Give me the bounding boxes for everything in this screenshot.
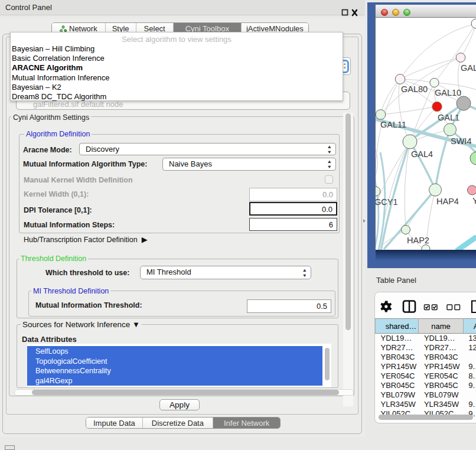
svg-text:GAL4: GAL4	[411, 149, 433, 159]
svg-text:GAL7: GAL7	[461, 63, 476, 73]
svg-text:HAP4: HAP4	[436, 197, 459, 206]
svg-text:GAL11: GAL11	[380, 120, 406, 129]
svg-text:GCY1: GCY1	[376, 197, 398, 207]
svg-text:GAL1: GAL1	[438, 113, 459, 122]
svg-text:SWI4: SWI4	[451, 136, 471, 146]
svg-text:HAP2: HAP2	[407, 236, 429, 245]
svg-text:GAL10: GAL10	[435, 88, 461, 97]
svg-text:GAL80: GAL80	[401, 84, 428, 94]
svg-text:Y: Y	[472, 196, 476, 206]
